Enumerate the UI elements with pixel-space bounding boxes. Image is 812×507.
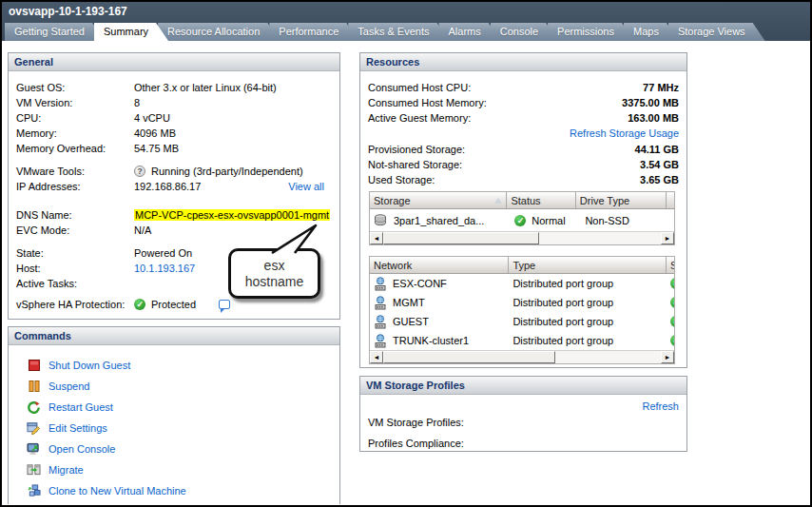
field-label: State: (16, 247, 134, 259)
profiles-refresh-row: Refresh (368, 399, 679, 415)
tab-performance[interactable]: Performance (269, 23, 358, 41)
drive-type-column-header[interactable]: Drive Type (576, 192, 667, 208)
scrollbar-track[interactable] (383, 232, 661, 244)
field-vm-version: VM Version: 8 (16, 95, 332, 110)
field-vm-storage-profiles: VM Storage Profiles: (368, 415, 679, 431)
profiles-refresh-link[interactable]: Refresh (642, 400, 679, 412)
command-label[interactable]: Suspend (48, 380, 89, 392)
command-migrate[interactable]: Migrate (26, 459, 339, 480)
restart-icon (26, 400, 42, 415)
protected-status-ok-icon (134, 299, 145, 310)
dns-name-highlighted-value: MCP-VCP-cpesx-esx-ovsvapp0001-mgmt (134, 209, 330, 221)
vm-storage-profiles-body: Refresh VM Storage Profiles: Profiles Co… (360, 395, 686, 452)
field-value: 4 vCPU (134, 112, 170, 124)
scroll-right-button[interactable]: ► (661, 232, 674, 244)
resources-panel-body: Consumed Host CPU: 77 MHz Consumed Host … (360, 71, 686, 364)
network-port-group-icon (374, 315, 387, 329)
field-ip-addresses: IP Addresses: 192.168.86.17 View all (16, 179, 332, 194)
field-consumed-host-cpu: Consumed Host CPU: 77 MHz (368, 80, 679, 95)
command-suspend[interactable]: Suspend (26, 376, 339, 397)
status-ok-icon (670, 297, 674, 308)
tab-tasks-events[interactable]: Tasks & Events (348, 23, 449, 41)
field-label: Profiles Compliance: (368, 438, 464, 449)
storage-row[interactable]: 3par1_shared_da... Normal Non-SSD (370, 209, 674, 231)
callout-tail (259, 222, 325, 254)
tab-bar: Getting Started Summary Resource Allocat… (5, 23, 755, 41)
field-label: IP Addresses: (16, 181, 134, 192)
command-shut-down-guest[interactable]: Shut Down Guest (26, 355, 339, 376)
field-label: vSphere HA Protection: (16, 299, 134, 310)
command-restart-guest[interactable]: Restart Guest (26, 397, 339, 418)
command-label[interactable]: Shut Down Guest (48, 360, 130, 371)
command-label[interactable]: Edit Settings (48, 422, 107, 434)
command-label[interactable]: Open Console (48, 443, 115, 455)
column-label: Sta (670, 260, 674, 271)
field-not-shared-storage: Not-shared Storage: 3.54 GB (368, 157, 679, 172)
scrollbar-track[interactable] (383, 351, 661, 363)
network-type: Distributed port group (512, 316, 613, 327)
scroll-right-button[interactable]: ► (661, 351, 674, 363)
network-row-mgmt[interactable]: MGMT Distributed port group (370, 293, 674, 312)
command-label[interactable]: Migrate (48, 464, 84, 476)
scrollbar-thumb[interactable] (383, 351, 555, 363)
storage-column-header[interactable]: Storage (370, 192, 507, 208)
resources-panel: Resources Consumed Host CPU: 77 MHz Cons… (359, 52, 687, 368)
ha-comment-bubble-icon[interactable] (219, 300, 230, 309)
command-open-console[interactable]: Open Console (26, 439, 339, 459)
refresh-storage-usage-link[interactable]: Refresh Storage Usage (570, 127, 679, 139)
command-label[interactable]: Restart Guest (48, 401, 113, 413)
host-link[interactable]: 10.1.193.167 (134, 263, 195, 274)
field-value: 77 MHz (643, 82, 679, 93)
field-memory: Memory: 4096 MB (16, 126, 332, 141)
tab-summary[interactable]: Summary (94, 23, 168, 41)
field-active-guest-memory: Active Guest Memory: 163.00 MB (368, 110, 679, 126)
network-type: Distributed port group (512, 335, 613, 346)
field-value: 3375.00 MB (622, 97, 679, 108)
network-table-hscrollbar[interactable]: ◄ ► (370, 350, 674, 363)
field-value: 163.00 MB (628, 112, 679, 124)
status-column-header[interactable]: Status (507, 192, 575, 208)
datastore-name: 3par1_shared_da... (394, 215, 484, 226)
status-column-header-truncated[interactable]: Sta (667, 257, 674, 273)
field-cpu: CPU: 4 vCPU (16, 110, 332, 126)
command-label[interactable]: Clone to New Virtual Machine (48, 485, 186, 497)
field-label: Host: (16, 263, 134, 274)
network-row-guest[interactable]: GUEST Distributed port group (370, 312, 674, 331)
network-row-trunk-cluster1[interactable]: TRUNK-cluster1 Distributed port group (370, 331, 674, 350)
type-column-header[interactable]: Type (509, 257, 667, 273)
command-edit-settings[interactable]: Edit Settings (26, 418, 339, 439)
general-panel-header: General (9, 53, 339, 71)
datastore-status: Normal (532, 215, 565, 226)
command-clone-to-new-vm[interactable]: Clone to New Virtual Machine (26, 480, 339, 501)
tab-storage-views[interactable]: Storage Views (668, 23, 765, 41)
field-value: Protected (151, 299, 196, 310)
storage-table-hscrollbar[interactable]: ◄ ► (370, 231, 674, 244)
field-label: Active Tasks: (16, 278, 134, 289)
field-value: 54.75 MB (134, 143, 179, 154)
field-label: EVC Mode: (16, 224, 134, 236)
view-all-link[interactable]: View all (288, 181, 324, 192)
network-column-header[interactable]: Network (370, 257, 509, 273)
column-label: Drive Type (580, 195, 629, 206)
field-label: Not-shared Storage: (368, 159, 462, 170)
tab-permissions[interactable]: Permissions (548, 23, 634, 41)
column-label: Status (511, 195, 540, 206)
tools-status-question-icon: ? (134, 166, 145, 177)
vm-storage-profiles-header: VM Storage Profiles (360, 377, 686, 395)
field-label: Consumed Host Memory: (368, 97, 487, 108)
field-value: Powered On (134, 247, 192, 259)
empty-column-header (667, 192, 674, 208)
field-value: 8 (134, 97, 140, 108)
network-row-esx-conf[interactable]: ESX-CONF Distributed port group (370, 274, 674, 293)
summary-content: General Guest OS: Other 3.x or later Lin… (2, 41, 810, 505)
tab-getting-started[interactable]: Getting Started (5, 23, 105, 41)
vsphere-client-window: ovsvapp-10-1-193-167 Getting Started Sum… (0, 0, 812, 507)
scroll-left-button[interactable]: ◄ (370, 232, 383, 244)
tab-resource-allocation[interactable]: Resource Allocation (158, 23, 280, 41)
sort-ascending-icon (494, 198, 502, 204)
network-table: Network Type Sta (369, 256, 675, 364)
scroll-left-button[interactable]: ◄ (370, 351, 383, 363)
status-ok-icon (670, 278, 674, 289)
storage-table: Storage Status Drive Type (369, 191, 675, 245)
scrollbar-thumb[interactable] (383, 232, 539, 244)
